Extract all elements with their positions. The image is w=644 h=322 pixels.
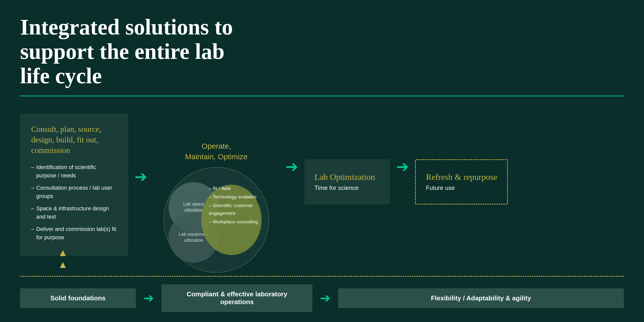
right-section: ➔ Lab Optimization Time for science ➔ Re… [279, 159, 624, 205]
arrow-right-icon-1: ➔ [135, 169, 147, 184]
bottom-box-2-text: Compliant & effective laboratory operati… [169, 290, 305, 306]
title-underline [20, 96, 624, 96]
refresh-title: Refresh & repurpose [426, 172, 497, 182]
refresh-subtitle: Future use [426, 184, 497, 191]
lab-optimization-title: Lab Optimization [314, 172, 380, 182]
operate-label: Operate, Maintain, Optimize [185, 141, 248, 162]
bottom-box-1: Solid foundations [20, 288, 136, 308]
bottom-arrow-1-icon: ➔ [143, 291, 154, 305]
main-container: Integrated solutions to support the enti… [0, 0, 644, 322]
venn-item-2: – Technology enablers [209, 193, 259, 201]
lab-optimization-subtitle: Time for science [314, 184, 380, 191]
list-item: Deliver and commission lab(s) fit for pu… [31, 225, 117, 242]
up-arrow-icon: ▲▲ [58, 247, 68, 270]
page-title: Integrated solutions to support the enti… [20, 15, 247, 88]
bottom-box-3: Flexibility / Adaptability & agility [338, 288, 624, 308]
venn-item-3: – Scientific customer engagement [209, 202, 259, 217]
left-box: Consult, plan, source, design, build, fi… [20, 114, 128, 256]
dashed-line [20, 276, 624, 277]
venn-item-4: – Workplace consulting [209, 218, 259, 226]
arrow-3-container: ➔ [390, 159, 415, 174]
left-box-title: Consult, plan, source, design, build, fi… [31, 124, 117, 155]
lab-optimization-box: Lab Optimization Time for science [304, 159, 390, 205]
list-item: Space & infrastructure design and test [31, 204, 117, 221]
list-item: Identification of scientific purpose / n… [31, 163, 117, 180]
center-venn-area: Operate, Maintain, Optimize Lab space ut… [153, 141, 279, 273]
bullet-list: Identification of scientific purpose / n… [31, 163, 117, 242]
content-area: Consult, plan, source, design, build, fi… [20, 109, 624, 309]
list-item: Consultation process / lab user groups [31, 184, 117, 200]
venn-item-1: – BI / data [209, 185, 259, 192]
arrow-right-icon-2: ➔ [286, 159, 298, 174]
refresh-box: Refresh & repurpose Future use [415, 159, 508, 205]
arrow-1-container: ➔ [128, 169, 153, 184]
arrow-right-icon-3: ➔ [396, 159, 409, 174]
bottom-arrow-2-icon: ➔ [320, 291, 331, 305]
bottom-bar: Solid foundations ➔ Compliant & effectiv… [20, 284, 624, 312]
arrow-2-container: ➔ [279, 159, 304, 174]
bottom-box-3-text: Flexibility / Adaptability & agility [431, 294, 531, 302]
venn-right-content: – BI / data – Technology enablers – Scie… [209, 185, 259, 227]
bottom-box-1-text: Solid foundations [50, 294, 106, 302]
venn-wrapper: Lab space utilization Lab equipment util… [158, 167, 274, 273]
bottom-box-2: Compliant & effective laboratory operati… [162, 284, 312, 312]
